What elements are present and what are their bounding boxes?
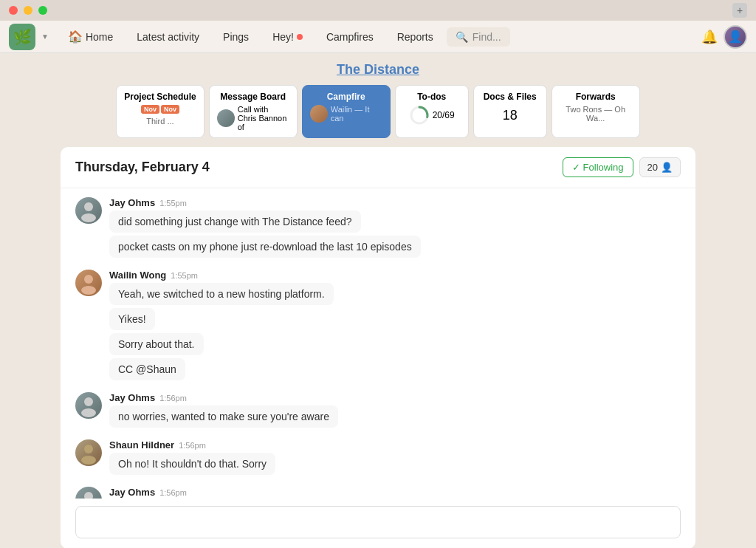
msg-author: Wailin Wong — [109, 270, 166, 281]
avatar — [75, 439, 102, 466]
cal-badges: Nov Nov — [124, 105, 196, 114]
message-board-avatar — [217, 109, 235, 127]
tab-todos[interactable]: To-dos 20/69 — [395, 85, 469, 138]
msg-time: 1:56pm — [179, 441, 206, 450]
message-group: Wailin Wong 1:55pm Yeah, we switched to … — [75, 270, 681, 383]
tab-message-board-preview: Call with Chris Bannon of — [217, 105, 289, 131]
nav-home[interactable]: 🏠 Home — [58, 25, 123, 48]
logo-caret-icon[interactable]: ▼ — [41, 32, 49, 41]
msg-bubble: Sorry about that. — [109, 333, 204, 355]
msg-time: 1:56pm — [159, 394, 187, 403]
message-group: Jay Ohms 1:55pm did something just chang… — [75, 197, 681, 261]
msg-time: 1:55pm — [171, 271, 198, 280]
tab-project-schedule[interactable]: Project Schedule Nov Nov Third ... — [116, 85, 204, 138]
cal-badge-2: Nov — [161, 105, 179, 114]
msg-content: Jay Ohms 1:56pm no worries, wanted to ma… — [109, 392, 681, 431]
tab-docs-files-label: Docs & Files — [481, 92, 539, 102]
chat-input[interactable] — [75, 506, 681, 538]
tab-message-board[interactable]: Message Board Call with Chris Bannon of — [209, 85, 298, 138]
user-avatar[interactable]: 👤 — [724, 25, 747, 49]
campfire-avatar — [310, 105, 328, 123]
message-group: Jay Ohms 1:56pm what are you using now? — [75, 487, 681, 499]
tab-message-board-text: Call with Chris Bannon of — [238, 105, 289, 131]
msg-content: Shaun Hildner 1:56pm Oh no! It shouldn't… — [109, 439, 681, 478]
member-count-badge[interactable]: 20 👤 — [639, 157, 681, 177]
svg-point-3 — [81, 213, 96, 222]
title-bar: + — [0, 0, 756, 21]
msg-bubble: no worries, wanted to make sure you're a… — [109, 405, 338, 428]
docs-files-count: 18 — [481, 108, 539, 123]
msg-bubble: Yeah, we switched to a new hosting platf… — [109, 283, 334, 305]
tab-campfire[interactable]: Campfire Wailin — It can — [302, 85, 391, 138]
chat-header-right: ✓ Following 20 👤 — [563, 157, 681, 177]
avatar — [75, 487, 102, 499]
msg-author: Jay Ohms — [109, 392, 155, 403]
svg-point-6 — [84, 397, 93, 406]
msg-author: Shaun Hildner — [109, 439, 174, 451]
tab-forwards[interactable]: Forwards Two Rons — Oh Wa... — [551, 85, 640, 138]
home-icon: 🏠 — [68, 30, 83, 44]
svg-point-5 — [81, 286, 96, 295]
nav-campfires[interactable]: Campfires — [316, 27, 384, 47]
tab-campfire-label: Campfire — [310, 92, 382, 102]
notifications-button[interactable]: 🔔 — [701, 29, 718, 45]
msg-author-line: Shaun Hildner 1:56pm — [109, 439, 681, 451]
todos-progress: 20/69 — [403, 105, 461, 126]
project-tabs: Project Schedule Nov Nov Third ... Messa… — [12, 85, 744, 138]
nav-latest-activity[interactable]: Latest activity — [126, 27, 210, 47]
tab-project-schedule-label: Project Schedule — [124, 92, 196, 102]
search-button[interactable]: 🔍 Find... — [447, 27, 510, 47]
svg-point-7 — [81, 408, 96, 417]
following-button[interactable]: ✓ Following — [563, 157, 633, 177]
msg-time: 1:55pm — [159, 199, 187, 208]
tab-campfire-text: Wailin — It can — [331, 105, 382, 123]
msg-author-line: Jay Ohms 1:56pm — [109, 487, 681, 498]
nav-right-section: 🔔 👤 — [701, 25, 747, 49]
nav-hey[interactable]: Hey! — [262, 27, 313, 47]
msg-bubble: did something just change with The Dista… — [109, 210, 361, 233]
project-section: The Distance Project Schedule Nov Nov Th… — [0, 53, 756, 138]
tab-todos-label: To-dos — [403, 92, 461, 102]
maximize-button[interactable] — [38, 6, 47, 15]
tab-forwards-label: Forwards — [560, 92, 632, 102]
todos-count: 20/69 — [433, 110, 455, 120]
tab-docs-files[interactable]: Docs & Files 18 — [473, 85, 547, 138]
hey-notification-dot — [297, 34, 303, 40]
msg-author-line: Jay Ohms 1:56pm — [109, 392, 681, 403]
search-icon: 🔍 — [456, 31, 468, 43]
app-logo[interactable]: 🌿 — [9, 24, 35, 50]
msg-bubble: CC @Shaun — [109, 358, 185, 380]
project-title[interactable]: The Distance — [12, 62, 744, 78]
nav-pings[interactable]: Pings — [213, 27, 259, 47]
chat-date-header: Thursday, February 4 — [75, 160, 210, 175]
minimize-button[interactable] — [24, 6, 32, 15]
new-tab-button[interactable]: + — [732, 3, 747, 18]
msg-content: Wailin Wong 1:55pm Yeah, we switched to … — [109, 270, 681, 383]
msg-author: Jay Ohms — [109, 487, 155, 498]
svg-point-10 — [84, 492, 93, 499]
nav-bar: 🌿 ▼ 🏠 Home Latest activity Pings Hey! Ca… — [0, 21, 756, 53]
todos-progress-circle — [409, 105, 430, 126]
close-button[interactable] — [9, 6, 18, 15]
avatar — [75, 197, 102, 224]
msg-author-line: Wailin Wong 1:55pm — [109, 270, 681, 281]
cal-badge-1: Nov — [141, 105, 159, 114]
nav-reports[interactable]: Reports — [387, 27, 444, 47]
tab-forwards-preview: Two Rons — Oh Wa... — [560, 105, 632, 123]
chat-input-area — [61, 499, 695, 548]
people-icon: 👤 — [661, 162, 673, 173]
tab-message-board-label: Message Board — [217, 92, 289, 102]
msg-time: 1:56pm — [159, 488, 187, 497]
checkmark-icon: ✓ — [572, 162, 580, 173]
chat-messages[interactable]: Jay Ohms 1:55pm did something just chang… — [61, 188, 695, 499]
svg-point-8 — [84, 445, 93, 453]
msg-author: Jay Ohms — [109, 197, 155, 208]
tab-campfire-preview: Wailin — It can — [310, 105, 382, 123]
main-content: Thursday, February 4 ✓ Following 20 👤 — [0, 138, 756, 548]
message-group: Shaun Hildner 1:56pm Oh no! It shouldn't… — [75, 439, 681, 478]
tab-project-schedule-preview: Third ... — [124, 117, 196, 126]
svg-point-2 — [84, 202, 93, 211]
svg-point-9 — [81, 456, 96, 465]
msg-bubble: pocket casts on my phone just re-downloa… — [109, 236, 421, 258]
avatar — [75, 270, 102, 296]
